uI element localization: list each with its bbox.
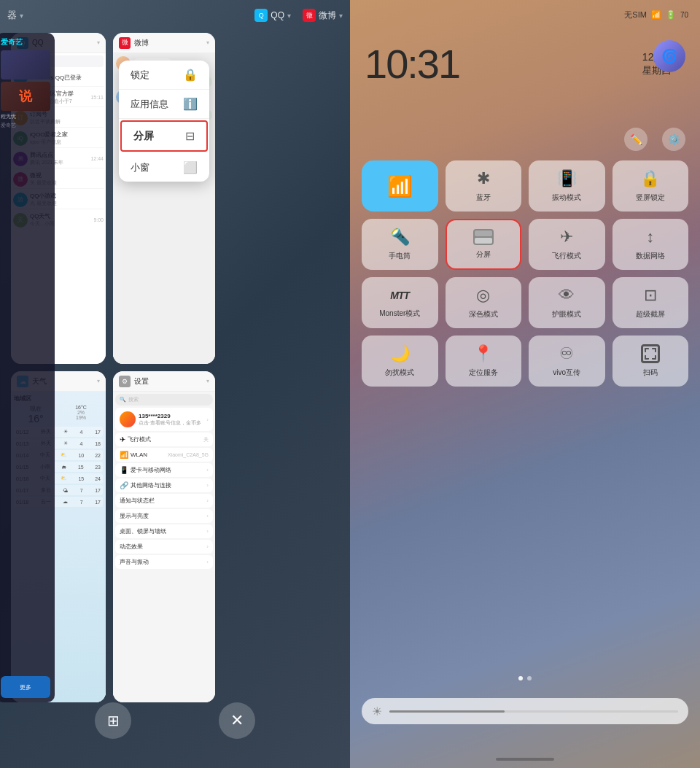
clock-time: 10:31 xyxy=(365,40,459,88)
context-menu[interactable]: 锁定 🔒 应用信息 ℹ️ 分屏 ⊟ xyxy=(119,61,209,182)
split-screen-tile[interactable]: 分屏 xyxy=(446,219,522,270)
settings-card[interactable]: ⚙ 设置 ▾ 🔍搜索 135****2329 点击·查看账号 xyxy=(113,371,215,702)
scan-tile[interactable]: 扫码 xyxy=(612,335,689,387)
wifi-icon: 📶 xyxy=(387,174,413,198)
context-appinfo[interactable]: 应用信息 ℹ️ xyxy=(119,90,209,119)
dot-1 xyxy=(518,676,523,680)
cards-container: 爱奇艺 说 程无忧 爱奇艺 更多 Q QQ ▾ xyxy=(11,33,339,702)
qq-tab-label: QQ xyxy=(271,10,284,20)
rotation-lock-icon: 🔒 xyxy=(640,169,660,188)
edit-icon: ✏️ xyxy=(630,133,642,145)
left-panel: 器 ▾ Q QQ ▾ 微 微博 ▾ 爱奇艺 说 程无忧 xyxy=(0,0,350,768)
scan-icon xyxy=(641,344,660,363)
rotation-lock-tile[interactable]: 🔒 竖屏锁定 xyxy=(612,160,689,212)
bluetooth-label: 蓝牙 xyxy=(476,193,491,203)
settings-gear-icon: ⚙️ xyxy=(668,133,680,145)
bluetooth-icon: ✱ xyxy=(477,169,490,188)
miniwindow-icon: ⬜ xyxy=(183,160,198,174)
miniwindow-label: 小窗 xyxy=(131,161,149,174)
location-icon: 📍 xyxy=(473,344,493,363)
top-control-icons: ✏️ ⚙️ xyxy=(624,128,685,151)
no-sim-text: 无SIM xyxy=(624,9,647,20)
home-indicator xyxy=(496,758,554,761)
screenshot-tile[interactable]: ⊡ 超级截屏 xyxy=(612,277,689,328)
brightness-bar[interactable]: ☀ xyxy=(362,698,688,724)
dnd-label: 勿扰模式 xyxy=(385,368,414,378)
context-splitscreen[interactable]: 分屏 ⊟ xyxy=(120,120,208,152)
monster-mode-tile[interactable]: MTT Monster模式 xyxy=(362,277,438,328)
appinfo-label: 应用信息 xyxy=(131,98,168,111)
app-tab-weibo[interactable]: 微 微博 ▾ xyxy=(303,9,343,22)
close-button[interactable]: ✕ xyxy=(219,702,255,739)
weibo-card[interactable]: 微 微博 ▾ spixmy ★★★ 庆祝会吧 xyxy=(113,33,215,364)
screenshot-icon: ⊡ xyxy=(644,286,657,305)
control-row-1: 📶 ✱ 蓝牙 📳 振动模式 🔒 竖屏锁定 xyxy=(362,160,688,212)
rotation-lock-label: 竖屏锁定 xyxy=(636,193,665,203)
avatar[interactable]: 🌀 xyxy=(653,40,685,72)
context-lock[interactable]: 锁定 🔒 xyxy=(119,61,209,90)
weibo-card-body: spixmy ★★★ 庆祝会吧 spixmy ★★★ 感觉我太不好了 xyxy=(113,53,215,364)
monster-icon: MTT xyxy=(390,290,409,301)
app-tab-qq[interactable]: Q QQ ▾ xyxy=(254,9,291,22)
dnd-tile[interactable]: 🌙 勿扰模式 xyxy=(362,335,438,387)
grid-icon: ⊞ xyxy=(107,712,120,729)
dark-mode-label: 深色模式 xyxy=(469,309,498,319)
settings-button[interactable]: ⚙️ xyxy=(662,128,685,151)
iqiyi-partial[interactable]: 爱奇艺 说 程无忧 爱奇艺 更多 xyxy=(0,33,55,702)
settings-card-title: 设置 xyxy=(134,376,203,387)
vibrate-icon: 📳 xyxy=(557,169,577,188)
pagination-dots xyxy=(350,676,700,680)
appinfo-icon: ℹ️ xyxy=(183,97,198,111)
flashlight-label: 手电筒 xyxy=(389,251,411,261)
monster-label: Monster模式 xyxy=(379,309,420,319)
eye-care-icon: 👁 xyxy=(559,286,575,305)
vivo-share-label: vivo互传 xyxy=(553,368,580,378)
split-screen-icon xyxy=(473,229,494,245)
close-icon: ✕ xyxy=(230,711,244,730)
splitscreen-label: 分屏 xyxy=(133,130,154,143)
brightness-icon: ☀ xyxy=(372,705,382,718)
vivo-share-tile[interactable]: ♾ vivo互传 xyxy=(529,335,605,387)
left-header: 器 ▾ Q QQ ▾ 微 微博 ▾ xyxy=(7,9,343,22)
location-tile[interactable]: 📍 定位服务 xyxy=(446,335,522,387)
vibrate-label: 振动模式 xyxy=(552,193,581,203)
flashlight-icon: 🔦 xyxy=(390,228,410,247)
weibo-tab-label: 微博 xyxy=(319,9,336,22)
bluetooth-tile[interactable]: ✱ 蓝牙 xyxy=(446,160,522,212)
dark-mode-icon: ◎ xyxy=(476,286,490,305)
eye-care-tile[interactable]: 👁 护眼模式 xyxy=(529,277,605,328)
scan-label: 扫码 xyxy=(643,368,658,378)
splitscreen-icon: ⊟ xyxy=(185,129,195,143)
qi-label: 器 xyxy=(7,9,17,22)
data-network-label: 数据网络 xyxy=(636,251,665,261)
bottom-controls: ⊞ ✕ xyxy=(0,702,350,739)
settings-card-body: 🔍搜索 135****2329 点击·查看账号信息，金币多 › ✈ xyxy=(113,392,215,702)
wifi-tile[interactable]: 📶 xyxy=(362,160,438,212)
context-miniwindow[interactable]: 小窗 ⬜ xyxy=(119,153,209,182)
eye-care-label: 护眼模式 xyxy=(552,309,581,319)
grid-button[interactable]: ⊞ xyxy=(95,702,131,739)
right-panel: 无SIM 📶 🔋 70 10:31 12月17日 星期四 🌀 ✏️ ⚙️ xyxy=(350,0,700,768)
control-row-4: 🌙 勿扰模式 📍 定位服务 ♾ vivo互传 扫码 xyxy=(362,335,688,387)
airplane-icon: ✈ xyxy=(560,228,573,247)
location-label: 定位服务 xyxy=(469,368,498,378)
status-bar: 无SIM 📶 🔋 70 xyxy=(350,0,700,29)
dot-2 xyxy=(527,676,532,680)
data-network-tile[interactable]: ↕ 数据网络 xyxy=(612,219,689,270)
weibo-card-header: 微 微博 ▾ xyxy=(113,33,215,53)
battery-icon: 🔋 xyxy=(666,10,676,20)
dnd-icon: 🌙 xyxy=(390,344,410,363)
data-network-icon: ↕ xyxy=(646,228,654,247)
flashlight-tile[interactable]: 🔦 手电筒 xyxy=(362,219,438,270)
edit-button[interactable]: ✏️ xyxy=(624,128,648,151)
wifi-status-icon: 📶 xyxy=(651,10,661,20)
screenshot-label: 超级截屏 xyxy=(636,309,665,319)
brightness-track[interactable] xyxy=(389,710,678,713)
settings-card-header: ⚙ 设置 ▾ xyxy=(113,371,215,392)
dark-mode-tile[interactable]: ◎ 深色模式 xyxy=(446,277,522,328)
airplane-tile[interactable]: ✈ 飞行模式 xyxy=(529,219,605,270)
weibo-card-title: 微博 xyxy=(134,38,203,48)
vibrate-tile[interactable]: 📳 振动模式 xyxy=(529,160,605,212)
app-tab-qi[interactable]: 器 ▾ xyxy=(7,9,23,22)
battery-level: 70 xyxy=(680,11,688,19)
